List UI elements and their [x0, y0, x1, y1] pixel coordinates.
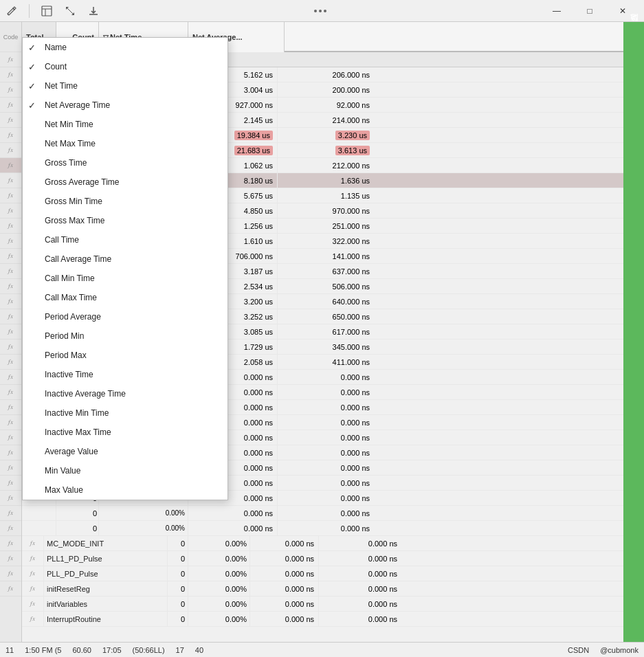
- menu-label: Count: [45, 62, 67, 71]
- icon-column: Code 𝑓𝑥 𝑓𝑥 𝑓𝑥 𝑓𝑥 𝑓𝑥 𝑓𝑥 𝑓𝑥 𝑓𝑥 𝑓𝑥 𝑓𝑥 𝑓𝑥 𝑓𝑥…: [0, 22, 22, 642]
- menu-checkmark: ✓: [28, 62, 39, 72]
- menu-label: Net Average Time: [45, 100, 110, 110]
- menu-item-average-value[interactable]: Average Value: [23, 442, 227, 461]
- menu-label: Name: [45, 43, 67, 52]
- menu-item-name[interactable]: ✓Name: [23, 38, 227, 57]
- named-row-pct: 0.00%: [188, 597, 250, 612]
- row-icon-20: 𝑓𝑥: [0, 339, 21, 355]
- named-row-count: 0: [168, 566, 188, 581]
- menu-item-period-max[interactable]: Period Max: [23, 346, 227, 365]
- minimize-button[interactable]: —: [541, 0, 573, 22]
- net-avg-cell: 0.000 ns: [278, 521, 374, 536]
- net-avg-cell: 214.000 ns: [278, 113, 374, 128]
- named-row-pct: 0.00%: [188, 551, 250, 566]
- col-header-icon: Code: [0, 22, 21, 52]
- row-icon-2: 𝑓𝑥: [0, 67, 21, 82]
- dot3: [324, 10, 326, 12]
- named-row-count: 0: [168, 612, 188, 627]
- row-icon-16: 𝑓𝑥: [0, 279, 21, 294]
- table-icon[interactable]: [41, 5, 53, 17]
- titlebar-left: [5, 4, 100, 18]
- expand-icon[interactable]: [64, 5, 76, 17]
- menu-item-period-average[interactable]: Period Average: [23, 307, 227, 326]
- net-avg-cell: 650.000 ns: [278, 309, 374, 324]
- right-panel: 隐: [623, 22, 644, 642]
- menu-item-net-max-time[interactable]: Net Max Time: [23, 134, 227, 153]
- dropdown-menu[interactable]: ✓Name✓Count✓Net Time✓Net Average TimeNet…: [22, 37, 228, 500]
- net-avg-cell: 322.000 ns: [278, 234, 374, 249]
- named-row-net-avg: 0.000 ns: [319, 612, 401, 627]
- net-avg-cell: 206.000 ns: [278, 67, 374, 82]
- named-row-icon: 𝑓𝑥: [22, 612, 44, 627]
- menu-item-min-value[interactable]: Min Value: [23, 461, 227, 480]
- named-row-icon: 𝑓𝑥: [22, 597, 44, 612]
- menu-item-call-average-time[interactable]: Call Average Time: [23, 249, 227, 269]
- row-icon-34: 𝑓𝑥: [0, 551, 21, 566]
- status-item-5: (50:66LL): [133, 646, 165, 654]
- menu-label: Net Max Time: [45, 139, 96, 148]
- menu-item-count[interactable]: ✓Count: [23, 57, 227, 76]
- edit-icon[interactable]: [5, 5, 18, 17]
- row-icon-30: 𝑓𝑥: [0, 491, 21, 506]
- net-avg-cell: 617.000 ns: [278, 324, 374, 339]
- named-row-pct: 0.00%: [188, 581, 250, 597]
- row-icon-27: 𝑓𝑥: [0, 445, 21, 460]
- row-icon-35: 𝑓𝑥: [0, 566, 21, 581]
- named-row-icon: 𝑓𝑥: [22, 566, 44, 581]
- menu-label: Inactive Time: [45, 370, 93, 379]
- menu-label: Gross Average Time: [45, 177, 120, 187]
- menu-item-net-time[interactable]: ✓Net Time: [23, 76, 227, 96]
- menu-item-gross-max-time[interactable]: Gross Max Time: [23, 211, 227, 230]
- menu-item-period-min[interactable]: Period Min: [23, 326, 227, 346]
- row-icon-25: 𝑓𝑥: [0, 415, 21, 430]
- net-avg-cell: 345.000 ns: [278, 339, 374, 355]
- named-table-row: 𝑓𝑥InterruptRoutine00.00%0.000 ns0.000 ns: [22, 612, 623, 627]
- status-right1: CSDN: [568, 646, 589, 654]
- row-icon-36: 𝑓𝑥: [0, 581, 21, 597]
- named-row-name: initResetReg: [44, 581, 168, 597]
- download-icon[interactable]: [87, 5, 100, 17]
- net-avg-cell: 251.000 ns: [278, 219, 374, 234]
- separator: [29, 4, 30, 18]
- menu-label: Gross Max Time: [45, 216, 104, 225]
- menu-item-net-average-time[interactable]: ✓Net Average Time: [23, 96, 227, 115]
- menu-item-inactive-average-time[interactable]: Inactive Average Time: [23, 384, 227, 403]
- menu-item-net-min-time[interactable]: Net Min Time: [23, 115, 227, 134]
- maximize-button[interactable]: □: [574, 0, 606, 22]
- menu-label: Average Value: [45, 447, 98, 456]
- menu-item-inactive-time[interactable]: Inactive Time: [23, 365, 227, 384]
- csdn-label: 隐: [629, 27, 639, 28]
- dot2: [319, 10, 322, 12]
- pct-bar-cell: 0.00%: [99, 521, 188, 536]
- net-avg-cell: 0.000 ns: [278, 476, 374, 491]
- menu-item-call-max-time[interactable]: Call Max Time: [23, 288, 227, 307]
- menu-item-inactive-max-time[interactable]: Inactive Max Time: [23, 423, 227, 442]
- named-row-net-time: 0.000 ns: [250, 551, 319, 566]
- status-right2: @cubmonk: [600, 646, 639, 654]
- menu-item-max-value[interactable]: Max Value: [23, 480, 227, 500]
- named-table-row: 𝑓𝑥initResetReg00.00%0.000 ns0.000 ns: [22, 581, 623, 597]
- row-icon-12: 𝑓𝑥: [0, 219, 21, 234]
- menu-item-gross-average-time[interactable]: Gross Average Time: [23, 172, 227, 192]
- net-avg-cell: 970.000 ns: [278, 203, 374, 219]
- named-row-net-time: 0.000 ns: [250, 612, 319, 627]
- more-options[interactable]: [307, 10, 333, 12]
- pct-value: 0.00%: [166, 524, 185, 532]
- code-cell: [22, 506, 56, 521]
- named-table-row: 𝑓𝑥PLL1_PD_Pulse00.00%0.000 ns0.000 ns: [22, 551, 623, 566]
- menu-label: Gross Min Time: [45, 197, 102, 206]
- named-row-count: 0: [168, 536, 188, 551]
- menu-item-inactive-min-time[interactable]: Inactive Min Time: [23, 403, 227, 423]
- row-icon-18: 𝑓𝑥: [0, 309, 21, 324]
- net-avg-cell: 0.000 ns: [278, 385, 374, 400]
- menu-item-call-min-time[interactable]: Call Min Time: [23, 269, 227, 288]
- row-icon-26: 𝑓𝑥: [0, 430, 21, 445]
- table-row: 00.00%0.000 ns0.000 ns: [22, 506, 623, 521]
- menu-item-call-time[interactable]: Call Time: [23, 230, 227, 249]
- svg-rect-0: [42, 6, 52, 16]
- menu-checkmark: ✓: [28, 100, 39, 111]
- close-button[interactable]: ✕: [607, 0, 639, 22]
- menu-item-gross-time[interactable]: Gross Time: [23, 153, 227, 172]
- row-icon-13: 𝑓𝑥: [0, 234, 21, 249]
- menu-item-gross-min-time[interactable]: Gross Min Time: [23, 192, 227, 211]
